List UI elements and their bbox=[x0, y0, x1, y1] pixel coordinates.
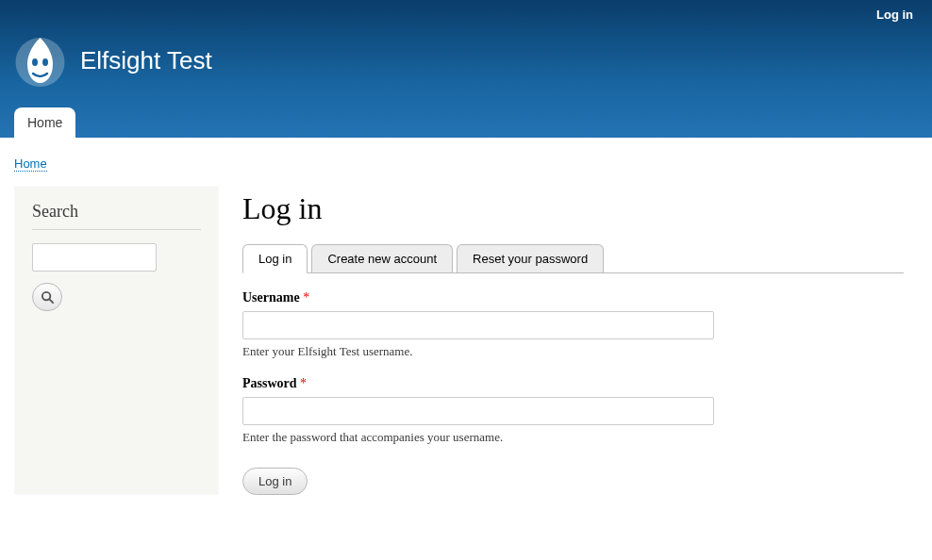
password-input[interactable] bbox=[242, 397, 714, 425]
page-body: Home Search Log in Log in Create new ac bbox=[0, 138, 932, 509]
svg-point-2 bbox=[42, 58, 48, 66]
tab-reset-password[interactable]: Reset your password bbox=[457, 244, 604, 272]
site-name[interactable]: Elfsight Test bbox=[80, 46, 212, 75]
password-field-wrapper: Password * Enter the password that accom… bbox=[242, 376, 904, 445]
search-button[interactable] bbox=[32, 283, 62, 311]
drupal-icon bbox=[14, 32, 66, 89]
required-mark: * bbox=[300, 376, 307, 390]
username-input[interactable] bbox=[242, 311, 714, 339]
tab-create-account[interactable]: Create new account bbox=[311, 244, 453, 272]
username-label-text: Username bbox=[242, 290, 300, 305]
breadcrumb-home[interactable]: Home bbox=[14, 156, 47, 172]
sidebar: Search bbox=[14, 186, 219, 495]
login-link[interactable]: Log in bbox=[876, 8, 913, 22]
username-description: Enter your Elfsight Test username. bbox=[242, 344, 904, 359]
main-nav: Home bbox=[0, 107, 932, 138]
svg-point-1 bbox=[32, 58, 38, 66]
branding: Elfsight Test bbox=[0, 23, 932, 107]
password-label-text: Password bbox=[242, 376, 297, 390]
required-mark: * bbox=[303, 290, 309, 305]
search-icon bbox=[41, 290, 55, 305]
breadcrumb: Home bbox=[14, 152, 918, 186]
username-field-wrapper: Username * Enter your Elfsight Test user… bbox=[242, 290, 904, 359]
page-title: Log in bbox=[242, 191, 904, 226]
login-submit-button[interactable]: Log in bbox=[242, 468, 308, 495]
main-content: Log in Log in Create new account Reset y… bbox=[242, 186, 918, 495]
tab-login[interactable]: Log in bbox=[242, 244, 308, 273]
login-form: Username * Enter your Elfsight Test user… bbox=[242, 290, 904, 495]
password-label: Password * bbox=[242, 376, 904, 391]
search-input[interactable] bbox=[32, 243, 157, 272]
topbar: Log in bbox=[0, 0, 932, 23]
nav-home[interactable]: Home bbox=[14, 107, 75, 138]
site-logo[interactable] bbox=[14, 32, 66, 89]
site-header: Log in Elfsight Test Home bbox=[0, 0, 932, 138]
username-label: Username * bbox=[242, 290, 904, 305]
svg-line-4 bbox=[49, 299, 53, 303]
search-block-title: Search bbox=[32, 202, 201, 230]
local-tabs: Log in Create new account Reset your pas… bbox=[242, 243, 904, 273]
password-description: Enter the password that accompanies your… bbox=[242, 430, 904, 445]
